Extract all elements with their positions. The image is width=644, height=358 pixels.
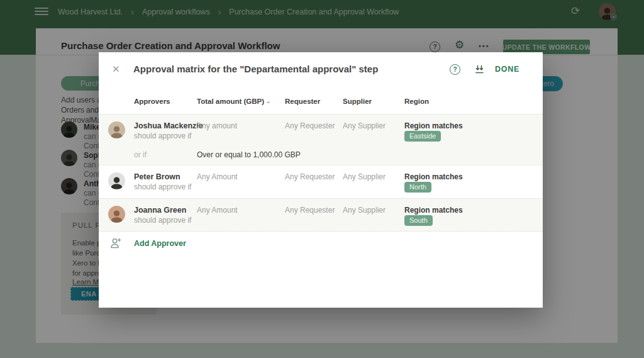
- done-button[interactable]: DONE: [495, 65, 519, 74]
- add-approver-button[interactable]: Add Approver: [99, 236, 543, 255]
- export-icon[interactable]: [474, 64, 485, 75]
- requester-rule-cell[interactable]: Any Requester: [285, 121, 335, 130]
- avatar: [108, 172, 125, 189]
- approval-matrix-modal: ✕ Approval matrix for the "Departamental…: [99, 52, 543, 308]
- requester-rule-cell[interactable]: Any Requester: [285, 172, 335, 181]
- region-badge[interactable]: South: [404, 215, 433, 226]
- supplier-rule-cell[interactable]: Any Supplier: [343, 121, 386, 130]
- region-badge[interactable]: North: [404, 182, 431, 193]
- modal-title: Approval matrix for the "Departamental a…: [133, 64, 378, 74]
- region-rule-label: Region matches: [404, 121, 463, 130]
- region-rule-label: Region matches: [404, 206, 463, 215]
- help-icon[interactable]: ?: [450, 64, 460, 75]
- approver-condition-label: should approve if: [134, 182, 191, 191]
- approver-name: Joanna Green: [134, 206, 186, 215]
- approver-name: Peter Brown: [134, 172, 180, 181]
- column-header-total-amount[interactable]: Total amount (GBP): [197, 98, 264, 105]
- column-header-supplier: Supplier: [343, 98, 372, 105]
- column-header-approvers: Approvers: [134, 98, 170, 105]
- column-header-requester: Requester: [285, 98, 320, 105]
- amount-rule-cell[interactable]: Over or equal to 1,000.00 GBP: [197, 150, 301, 159]
- approver-condition-label: should approve if: [134, 131, 191, 140]
- screen: Wood Harvest Ltd. › Approval workflows ›…: [0, 0, 644, 358]
- avatar: [108, 206, 125, 223]
- approver-condition-label: should approve if: [134, 216, 191, 225]
- table-row: Joanna Green should approve if Any Amoun…: [99, 198, 543, 232]
- table-row: Joshua Mackenzie should approve if Any a…: [99, 114, 543, 165]
- amount-rule-cell[interactable]: Any Amount: [197, 172, 238, 181]
- column-header-region: Region: [404, 98, 429, 105]
- region-rule-label: Region matches: [404, 172, 463, 181]
- or-if-label: or if: [134, 150, 147, 159]
- avatar: [108, 121, 125, 138]
- supplier-rule-cell[interactable]: Any Supplier: [343, 172, 386, 181]
- sort-chevron-icon[interactable]: ⌄: [265, 97, 271, 105]
- requester-rule-cell[interactable]: Any Requester: [285, 206, 335, 215]
- person-add-icon: [109, 237, 123, 250]
- add-approver-label: Add Approver: [134, 239, 186, 248]
- region-badge[interactable]: Eastside: [404, 131, 441, 142]
- amount-rule-cell[interactable]: Any Amount: [197, 206, 238, 215]
- amount-rule-cell[interactable]: Any amount: [197, 121, 237, 130]
- approver-name: Joshua Mackenzie: [134, 121, 203, 130]
- table-row: Peter Brown should approve if Any Amount…: [99, 165, 543, 198]
- supplier-rule-cell[interactable]: Any Supplier: [343, 206, 386, 215]
- close-icon[interactable]: ✕: [112, 64, 120, 75]
